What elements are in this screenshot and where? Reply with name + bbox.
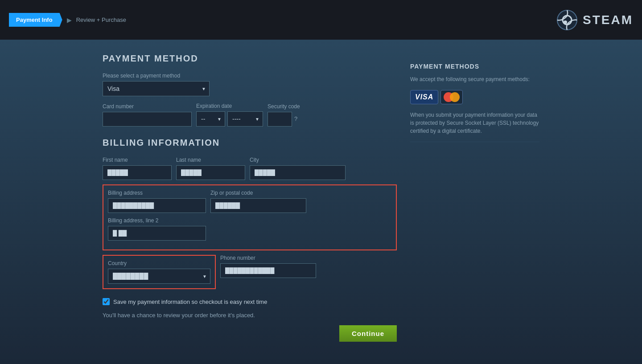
last-name-label: Last name [176, 157, 245, 163]
address-zip-row: Billing address Zip or postal code [108, 190, 391, 213]
steam-logo-icon [556, 9, 578, 31]
last-name-group: Last name [176, 157, 245, 180]
country-select-wrapper: ████████ United States Canada United Kin… [108, 269, 210, 284]
month-select-wrapper: -- 010203 040506 070809 101112 ▼ [196, 111, 225, 127]
breadcrumb-separator: ▶ [67, 16, 72, 24]
card-number-group: Card number [103, 103, 192, 127]
first-name-group: First name [103, 157, 172, 180]
breadcrumb-step2: Review + Purchase [76, 16, 126, 23]
right-panel: PAYMENT METHODS We accept the following … [410, 53, 539, 351]
month-select[interactable]: -- 010203 040506 070809 101112 [196, 111, 225, 127]
top-divider [410, 53, 539, 54]
last-name-input[interactable] [176, 165, 245, 180]
phone-label: Phone number [220, 255, 316, 261]
save-payment-label: Save my payment information so checkout … [113, 299, 267, 305]
country-highlighted-block: Country ████████ United States Canada Un… [103, 255, 216, 289]
year-select-wrapper: ---- 202420252026 202720282029 ▼ [227, 111, 263, 127]
country-select[interactable]: ████████ United States Canada United Kin… [108, 269, 210, 284]
right-panel-intro: We accept the following secure payment m… [410, 75, 539, 83]
first-name-input[interactable] [103, 165, 172, 180]
phone-input[interactable] [220, 263, 316, 278]
first-name-label: First name [103, 157, 172, 163]
address-highlighted-block: Billing address Zip or postal code Billi… [103, 184, 397, 250]
main-container: PAYMENT METHOD Please select a payment m… [0, 40, 642, 364]
phone-group: Phone number [220, 255, 316, 289]
country-label: Country [108, 260, 210, 266]
security-code-input[interactable] [268, 112, 292, 127]
expiration-label: Expiration date [196, 103, 263, 109]
security-code-label: Security code [268, 103, 300, 110]
billing-address-group: Billing address [108, 190, 206, 213]
card-number-input[interactable] [103, 112, 192, 127]
continue-button[interactable]: Continue [339, 325, 397, 342]
ssl-text: When you submit your payment information… [410, 111, 539, 135]
svg-point-2 [564, 20, 567, 24]
billing-address-input[interactable] [108, 198, 206, 213]
billing-section-title: BILLING INFORMATION [103, 138, 397, 148]
card-fields-row: Card number Expiration date -- 010203 04… [103, 103, 397, 127]
zip-group: Zip or postal code [210, 190, 306, 213]
left-panel: PAYMENT METHOD Please select a payment m… [103, 53, 397, 351]
billing-section: BILLING INFORMATION First name Last name… [103, 138, 397, 289]
country-phone-row: Country ████████ United States Canada Un… [103, 255, 397, 289]
visa-logo: VISA [410, 90, 438, 104]
payment-method-select[interactable]: Visa Mastercard PayPal [103, 81, 210, 96]
payment-method-select-wrapper: Visa Mastercard PayPal ▼ [103, 81, 210, 96]
security-hint-icon: ? [294, 115, 297, 123]
mc-circle-right [450, 92, 460, 102]
breadcrumb: Payment Info ▶ Review + Purchase [9, 13, 126, 27]
card-logos: VISA [410, 90, 539, 104]
billing-address2-group: Billing address, line 2 [108, 217, 206, 241]
payment-select-label: Please select a payment method [103, 73, 397, 79]
zip-label: Zip or postal code [210, 190, 306, 196]
city-input[interactable] [250, 165, 346, 180]
billing-address2-input[interactable] [108, 226, 206, 241]
save-payment-checkbox[interactable] [103, 298, 110, 305]
steam-logo: STEAM [556, 9, 633, 31]
top-navigation: Payment Info ▶ Review + Purchase STEAM [0, 0, 642, 40]
address2-row: Billing address, line 2 [108, 217, 391, 241]
year-select[interactable]: ---- 202420252026 202720282029 [227, 111, 263, 127]
steam-logo-text: STEAM [583, 13, 633, 27]
breadcrumb-step1[interactable]: Payment Info [9, 13, 62, 27]
payment-section-title: PAYMENT METHOD [103, 53, 397, 64]
security-code-group: Security code ? [268, 103, 300, 127]
order-notice: You'll have a chance to review your orde… [103, 312, 397, 319]
expiration-group: Expiration date -- 010203 040506 070809 … [196, 103, 263, 127]
city-group: City [250, 157, 346, 180]
right-panel-title: PAYMENT METHODS [410, 63, 539, 70]
zip-input[interactable] [210, 198, 306, 213]
city-label: City [250, 157, 346, 163]
payment-method-section: PAYMENT METHOD Please select a payment m… [103, 53, 397, 127]
bottom-divider [410, 142, 539, 142]
expiry-security-row: Expiration date -- 010203 040506 070809 … [196, 103, 300, 127]
mastercard-logo [440, 90, 463, 104]
card-number-label: Card number [103, 103, 192, 110]
billing-address-label: Billing address [108, 190, 206, 196]
save-payment-row: Save my payment information so checkout … [103, 298, 397, 305]
name-city-row: First name Last name City [103, 157, 397, 180]
billing-address2-label: Billing address, line 2 [108, 217, 206, 224]
